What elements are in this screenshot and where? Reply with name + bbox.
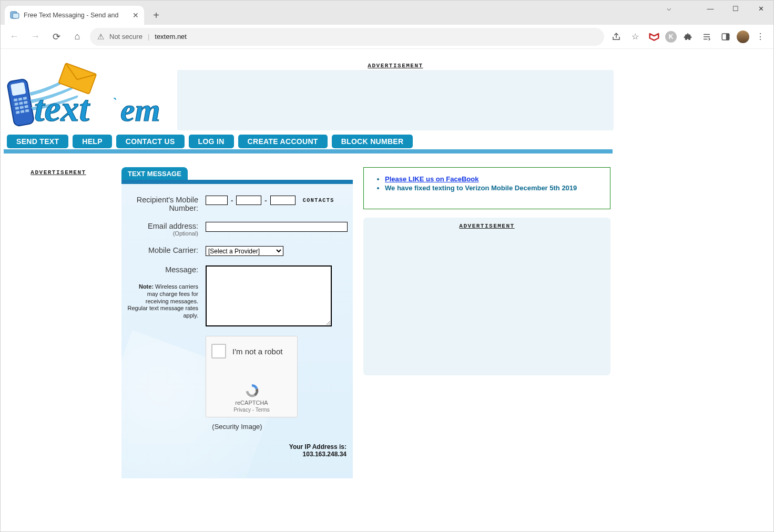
share-icon[interactable] xyxy=(608,29,624,45)
panel-title: TEXT MESSAGE xyxy=(121,167,188,180)
email-field[interactable] xyxy=(206,222,348,232)
recaptcha-widget: I'm not a robot reCAPTCHA Privacy - xyxy=(206,336,298,417)
page-viewport[interactable]: text ` em ADVERTISEMENT SEND TEXT HELP C… xyxy=(1,49,773,531)
extension-mcafee-icon[interactable] xyxy=(646,29,662,45)
email-optional-label: (Optional) xyxy=(127,230,198,237)
svg-text:em: em xyxy=(120,92,160,128)
svg-rect-9 xyxy=(11,82,26,96)
announcements-box: Please LIKE us on FaceBook We have fixed… xyxy=(363,167,610,209)
address-url: textem.net xyxy=(155,33,187,40)
bookmark-star-icon[interactable]: ☆ xyxy=(627,29,643,45)
tab-close-icon[interactable]: ✕ xyxy=(133,11,139,19)
carrier-select[interactable]: [Select a Provider] xyxy=(206,246,283,256)
ad-label-top: ADVERTISEMENT xyxy=(368,63,423,69)
message-note: Note: Wireless carriers may charge fees … xyxy=(127,283,198,320)
carrier-label: Mobile Carrier: xyxy=(127,246,206,256)
panel-underline xyxy=(121,180,353,184)
phone-part-2[interactable] xyxy=(236,196,261,205)
email-label: Email address: xyxy=(148,222,198,230)
phone-dash: - xyxy=(231,197,233,204)
recaptcha-icon xyxy=(244,383,260,398)
announcement-item: Please LIKE us on FaceBook xyxy=(385,175,600,183)
phone-part-3[interactable] xyxy=(270,196,296,205)
nav-underline xyxy=(4,149,613,154)
ad-label-left: ADVERTISEMENT xyxy=(6,169,111,176)
security-image-label: (Security Image) xyxy=(127,423,348,431)
ad-slot-right: ADVERTISEMENT xyxy=(363,218,610,375)
svg-text:text: text xyxy=(34,88,91,129)
nav-log-in[interactable]: LOG IN xyxy=(189,135,234,148)
nav-home-button[interactable]: ⌂ xyxy=(69,28,86,45)
extension-k-icon[interactable]: K xyxy=(665,31,677,43)
ad-slot-top xyxy=(177,70,614,130)
recaptcha-checkbox[interactable] xyxy=(211,344,226,359)
recaptcha-terms-link[interactable]: Terms xyxy=(256,407,270,413)
not-secure-label: Not secure xyxy=(109,33,142,40)
nav-create-account[interactable]: CREATE ACCOUNT xyxy=(238,135,328,148)
phone-dash: - xyxy=(264,197,267,204)
main-nav: SEND TEXT HELP CONTACT US LOG IN CREATE … xyxy=(4,135,613,148)
phone-part-1[interactable] xyxy=(206,196,228,205)
message-label: Message: xyxy=(165,265,198,274)
nav-back-button: ← xyxy=(6,28,23,45)
contacts-link[interactable]: CONTACTS xyxy=(303,198,334,203)
nav-send-text[interactable]: SEND TEXT xyxy=(7,135,68,148)
side-panel-icon[interactable] xyxy=(718,29,734,45)
site-logo[interactable]: text ` em xyxy=(4,60,177,131)
nav-block-number[interactable]: BLOCK NUMBER xyxy=(332,135,413,148)
browser-toolbar: ← → ⟳ ⌂ ⚠ Not secure | textem.net ☆ K xyxy=(1,25,773,49)
browser-tab[interactable]: Free Text Messaging - Send and ✕ xyxy=(5,6,144,25)
nav-forward-button: → xyxy=(27,28,44,45)
ip-address-value: 103.163.248.34 xyxy=(303,451,347,458)
address-separator: | xyxy=(148,33,149,40)
window-maximize-button[interactable]: ☐ xyxy=(723,1,748,16)
profile-avatar[interactable] xyxy=(737,30,749,43)
svg-rect-1 xyxy=(13,13,19,18)
recaptcha-label: I'm not a robot xyxy=(232,347,282,356)
ip-address-line: Your IP Address is: 103.163.248.34 xyxy=(127,443,348,458)
recipient-label: Recipient's Mobile Number: xyxy=(127,196,206,212)
announcement-item: We have fixed texting to Verizon Mobile … xyxy=(385,184,600,192)
facebook-like-link[interactable]: Please LIKE us on FaceBook xyxy=(385,175,478,183)
recaptcha-privacy-link[interactable]: Privacy xyxy=(233,407,251,413)
address-bar[interactable]: ⚠ Not secure | textem.net xyxy=(90,28,604,46)
new-tab-button[interactable]: + xyxy=(148,7,164,23)
tab-title: Free Text Messaging - Send and xyxy=(24,12,128,19)
window-close-button[interactable]: ✕ xyxy=(748,1,773,16)
nav-reload-button[interactable]: ⟳ xyxy=(48,28,65,45)
browser-menu-icon[interactable]: ⋮ xyxy=(752,29,768,45)
nav-help[interactable]: HELP xyxy=(73,135,112,148)
tab-search-chevron-icon[interactable]: ⌵ xyxy=(667,4,671,12)
svg-text:`: ` xyxy=(112,95,117,110)
message-textarea[interactable] xyxy=(206,265,332,326)
text-message-form: Recipient's Mobile Number: - - CONTACTS xyxy=(121,184,353,478)
nav-contact-us[interactable]: CONTACT US xyxy=(116,135,185,148)
svg-rect-7 xyxy=(727,34,729,40)
recaptcha-brand: reCAPTCHA xyxy=(206,400,297,406)
ad-label-right: ADVERTISEMENT xyxy=(459,223,514,229)
window-minimize-button[interactable]: — xyxy=(698,1,723,16)
tab-favicon xyxy=(10,11,19,20)
reading-list-icon[interactable] xyxy=(699,29,715,45)
browser-titlebar: Free Text Messaging - Send and ✕ + ⌵ — ☐… xyxy=(1,1,773,25)
not-secure-icon: ⚠ xyxy=(97,32,104,42)
extensions-puzzle-icon[interactable] xyxy=(680,29,696,45)
